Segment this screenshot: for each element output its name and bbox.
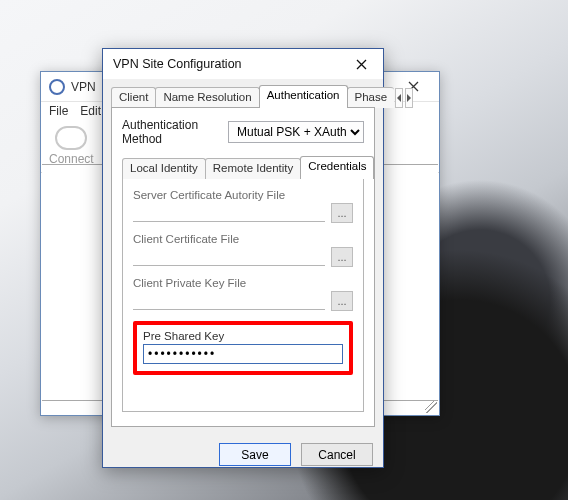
vpn-app-icon bbox=[49, 79, 65, 95]
subtab-credentials[interactable]: Credentials bbox=[300, 156, 374, 179]
client-key-label: Client Private Key File bbox=[133, 277, 353, 289]
dlg-title: VPN Site Configuration bbox=[113, 57, 339, 71]
tab-scroll-right[interactable] bbox=[405, 88, 413, 108]
auth-method-row: Authentication Method Mutual PSK + XAuth bbox=[122, 118, 364, 146]
tab-phase[interactable]: Phase bbox=[347, 87, 395, 108]
subtab-local-identity[interactable]: Local Identity bbox=[122, 158, 206, 179]
close-icon bbox=[356, 59, 367, 70]
desktop-background: VPN File Edit Connect VPN Site Configura… bbox=[0, 0, 568, 500]
server-ca-browse-button[interactable]: ... bbox=[331, 203, 353, 223]
auth-method-label: Authentication Method bbox=[122, 118, 220, 146]
credentials-panel: Server Certificate Autority File ... Cli… bbox=[122, 178, 364, 412]
tab-authentication[interactable]: Authentication bbox=[259, 85, 348, 108]
connect-icon bbox=[55, 126, 87, 150]
server-ca-field: Server Certificate Autority File ... bbox=[133, 189, 353, 223]
dialog-buttons: Save Cancel bbox=[111, 443, 375, 466]
tab-name-resolution[interactable]: Name Resolution bbox=[155, 87, 259, 108]
subtab-remote-identity[interactable]: Remote Identity bbox=[205, 158, 302, 179]
dlg-body: Client Name Resolution Authentication Ph… bbox=[103, 79, 383, 467]
auth-method-select[interactable]: Mutual PSK + XAuth bbox=[228, 121, 364, 143]
dlg-titlebar: VPN Site Configuration bbox=[103, 49, 383, 79]
client-cert-field: Client Certificate File ... bbox=[133, 233, 353, 267]
save-button[interactable]: Save bbox=[219, 443, 291, 466]
server-ca-input bbox=[133, 204, 325, 222]
server-ca-label: Server Certificate Autority File bbox=[133, 189, 353, 201]
psk-highlight: Pre Shared Key bbox=[133, 321, 353, 375]
bg-menu-edit[interactable]: Edit bbox=[80, 104, 101, 118]
bg-menu-file[interactable]: File bbox=[49, 104, 68, 118]
sub-tabstrip: Local Identity Remote Identity Credentia… bbox=[122, 156, 364, 179]
client-cert-label: Client Certificate File bbox=[133, 233, 353, 245]
client-key-browse-button[interactable]: ... bbox=[331, 291, 353, 311]
dlg-close-button[interactable] bbox=[339, 49, 383, 79]
client-key-input bbox=[133, 292, 325, 310]
tab-scroll-left[interactable] bbox=[395, 88, 403, 108]
client-cert-browse-button[interactable]: ... bbox=[331, 247, 353, 267]
client-key-field: Client Private Key File ... bbox=[133, 277, 353, 311]
client-cert-input bbox=[133, 248, 325, 266]
tab-client[interactable]: Client bbox=[111, 87, 156, 108]
auth-panel: Authentication Method Mutual PSK + XAuth… bbox=[111, 107, 375, 427]
psk-input[interactable] bbox=[143, 344, 343, 364]
bg-resize-grip[interactable] bbox=[425, 401, 437, 413]
bg-tool-connect[interactable]: Connect bbox=[49, 126, 94, 166]
chevron-left-icon bbox=[396, 94, 402, 102]
psk-label: Pre Shared Key bbox=[143, 330, 343, 342]
chevron-right-icon bbox=[406, 94, 412, 102]
cancel-button[interactable]: Cancel bbox=[301, 443, 373, 466]
vpn-site-config-dialog: VPN Site Configuration Client Name Resol… bbox=[102, 48, 384, 468]
outer-tabstrip: Client Name Resolution Authentication Ph… bbox=[111, 85, 375, 108]
